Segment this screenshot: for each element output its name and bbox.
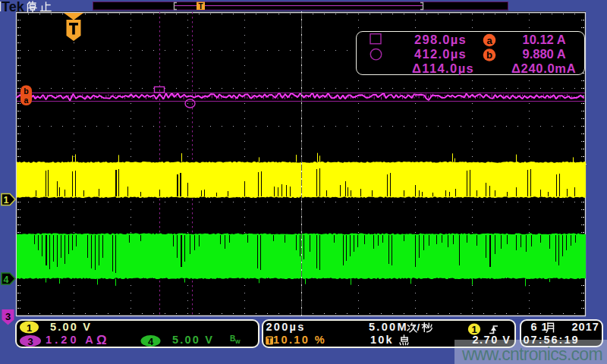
svg-text:4: 4 xyxy=(4,275,9,285)
svg-text:/: / xyxy=(417,322,420,333)
svg-text:a: a xyxy=(486,34,492,46)
svg-text:Tek: Tek xyxy=(2,0,25,14)
svg-text:T: T xyxy=(198,2,203,11)
svg-text:4: 4 xyxy=(148,335,154,347)
svg-text:T: T xyxy=(267,336,272,344)
svg-text:1: 1 xyxy=(27,322,32,333)
svg-text:b: b xyxy=(24,86,28,96)
svg-text:3: 3 xyxy=(5,311,11,322)
svg-text:a: a xyxy=(24,96,29,105)
svg-text:b: b xyxy=(486,49,492,61)
svg-text:1: 1 xyxy=(4,195,9,206)
svg-text:3: 3 xyxy=(27,335,33,347)
svg-text:1: 1 xyxy=(471,323,476,334)
svg-text:W: W xyxy=(235,338,241,344)
